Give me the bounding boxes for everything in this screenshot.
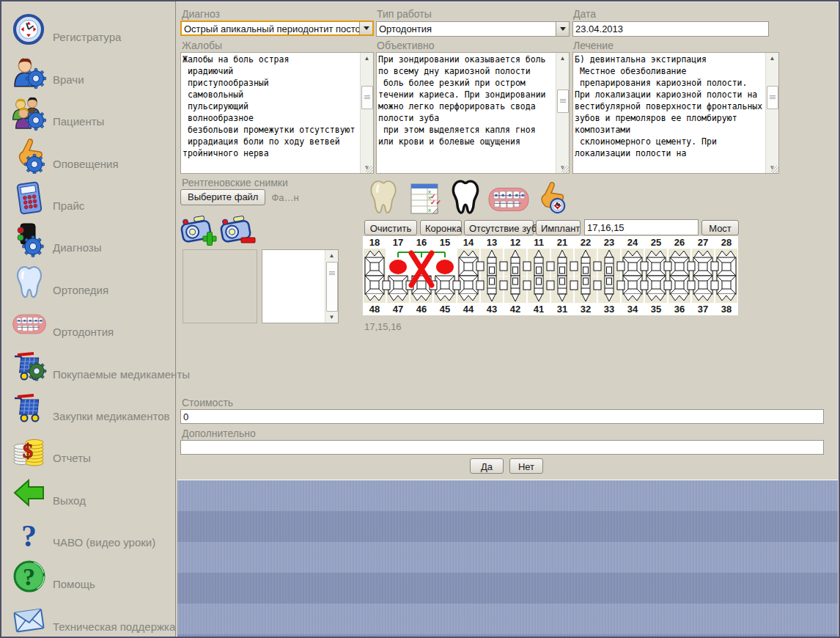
teeth-diagram[interactable] bbox=[363, 249, 738, 303]
file-input[interactable]: Выберите файл Фа…н bbox=[180, 189, 299, 205]
scroll-up-icon[interactable]: ▲ bbox=[556, 53, 569, 64]
tooth-number-lower[interactable]: 41 bbox=[527, 303, 550, 315]
sidebar-item-registry[interactable]: Регистратура bbox=[1, 6, 175, 48]
tooth-number-lower[interactable]: 34 bbox=[621, 303, 644, 315]
tooth-number-lower[interactable]: 48 bbox=[363, 303, 386, 315]
clear-button[interactable]: Очистить bbox=[364, 220, 417, 235]
teeth-chart[interactable]: 18171615141312112122232425262728 4847464… bbox=[363, 236, 738, 315]
complaints-scrollbar[interactable]: ▲ ▼ bbox=[360, 53, 373, 173]
tooth-number-upper[interactable]: 14 bbox=[457, 236, 480, 249]
sidebar-item-price[interactable]: Прайс bbox=[1, 175, 175, 216]
scrollbar-thumb[interactable] bbox=[557, 89, 569, 113]
tooth-number-upper[interactable]: 23 bbox=[597, 236, 621, 249]
tooth-number-upper[interactable]: 13 bbox=[480, 236, 504, 249]
tooth-number-upper[interactable]: 28 bbox=[715, 236, 738, 249]
sidebar-item-faq[interactable]: ?ЧАВО (видео уроки) bbox=[1, 511, 175, 553]
xray-list-scrollbar[interactable]: ▲ ▼ bbox=[325, 250, 338, 323]
treatment-label: Лечение bbox=[573, 40, 614, 51]
work-type-select[interactable]: Ортодонтия bbox=[376, 21, 570, 37]
tooth-number-upper[interactable]: 12 bbox=[504, 236, 527, 249]
sidebar-item-patients[interactable]: Пациенты bbox=[1, 90, 175, 132]
scroll-up-icon[interactable]: ▲ bbox=[766, 53, 778, 64]
scroll-up-icon[interactable]: ▲ bbox=[325, 250, 338, 261]
sidebar-item-orthopedics[interactable]: Ортопедия bbox=[1, 258, 175, 300]
tooth-number-upper[interactable]: 15 bbox=[433, 236, 457, 249]
tooth-outline-icon[interactable] bbox=[445, 179, 486, 216]
hand-clock-icon[interactable] bbox=[534, 179, 568, 216]
tooth-number-lower[interactable]: 31 bbox=[550, 303, 574, 315]
tooth-number-lower[interactable]: 38 bbox=[715, 303, 738, 315]
extra-input[interactable] bbox=[180, 440, 824, 455]
bridge-button[interactable]: Мост bbox=[701, 220, 739, 235]
treatment-scrollbar[interactable]: ▲ ▼ bbox=[765, 53, 778, 173]
sidebar-item-notifications[interactable]: Оповещения bbox=[1, 132, 175, 174]
tooth-number-lower[interactable]: 35 bbox=[644, 303, 668, 315]
checklist-icon[interactable]: xx✓✓✓x bbox=[408, 182, 441, 216]
camera-remove-button[interactable] bbox=[219, 211, 256, 248]
camera-add-button[interactable] bbox=[180, 211, 218, 248]
work-type-label: Тип работы bbox=[377, 8, 432, 20]
missing-tooth-button[interactable]: Отсутствие зуба bbox=[464, 220, 534, 235]
implant-button[interactable]: Имплант bbox=[536, 220, 581, 235]
tooth-number-upper[interactable]: 25 bbox=[644, 236, 668, 249]
objective-textarea[interactable]: При зондировании оказывается боль по все… bbox=[377, 53, 556, 173]
sidebar-item-medication-purchases[interactable]: Закупки медикаментов bbox=[1, 385, 175, 427]
diagnosis-gear-icon bbox=[10, 221, 48, 258]
tooth-number-lower[interactable]: 33 bbox=[597, 303, 621, 315]
sidebar-item-reports[interactable]: $Отчеты bbox=[1, 427, 175, 469]
diagnosis-select[interactable]: Острый апикальный периодонтит постоя bbox=[180, 21, 374, 36]
tooth-number-lower[interactable]: 36 bbox=[668, 303, 691, 315]
no-button[interactable]: Нет bbox=[509, 458, 543, 474]
tooth-number-upper[interactable]: 27 bbox=[691, 236, 715, 249]
scroll-down-icon[interactable]: ▼ bbox=[325, 312, 338, 323]
tooth-number-upper[interactable]: 22 bbox=[574, 236, 597, 249]
sidebar-item-label: Покупаемые медикаменты bbox=[48, 368, 190, 385]
choose-file-button[interactable]: Выберите файл bbox=[180, 189, 265, 205]
chevron-down-icon[interactable] bbox=[556, 22, 569, 36]
tooth-number-lower[interactable]: 47 bbox=[386, 303, 410, 315]
dentures-icon[interactable] bbox=[487, 186, 530, 213]
tooth-number-upper[interactable]: 16 bbox=[410, 236, 433, 249]
tooth-number-lower[interactable]: 37 bbox=[691, 303, 715, 315]
crown-button[interactable]: Коронка bbox=[420, 220, 462, 235]
sidebar-item-purchased-medications[interactable]: Покупаемые медикаменты bbox=[1, 342, 175, 384]
dentures-icon bbox=[10, 306, 48, 342]
treatment-textarea[interactable]: Б) девинтальна экстирпация Местное обезб… bbox=[573, 53, 766, 173]
tooth-number-upper[interactable]: 18 bbox=[363, 236, 386, 249]
tooth-number-lower[interactable]: 45 bbox=[433, 303, 457, 315]
tooth-number-upper[interactable]: 11 bbox=[527, 236, 550, 249]
scrollbar-thumb[interactable] bbox=[361, 86, 373, 109]
tooth-number-lower[interactable]: 42 bbox=[504, 303, 527, 315]
resize-grip[interactable] bbox=[366, 166, 373, 173]
resize-grip[interactable] bbox=[771, 166, 778, 173]
scrollbar-thumb[interactable] bbox=[767, 86, 778, 109]
sidebar-item-exit[interactable]: Выход bbox=[1, 469, 175, 510]
sidebar-item-help[interactable]: ?Помощь bbox=[1, 553, 175, 595]
tooth-number-lower[interactable]: 32 bbox=[574, 303, 597, 315]
tooth-number-lower[interactable]: 43 bbox=[480, 303, 504, 315]
tooth-number-upper[interactable]: 17 bbox=[386, 236, 410, 249]
tooth-photo-icon[interactable] bbox=[366, 179, 401, 216]
tooth-number-lower[interactable]: 44 bbox=[457, 303, 480, 315]
scroll-up-icon[interactable]: ▲ bbox=[361, 53, 373, 64]
sidebar-item-tech-support[interactable]: Техническая поддержка bbox=[1, 595, 175, 637]
tooth-number-upper[interactable]: 26 bbox=[668, 236, 691, 249]
tooth-number-upper[interactable]: 21 bbox=[550, 236, 574, 249]
cost-input[interactable] bbox=[180, 409, 824, 424]
date-input[interactable] bbox=[572, 21, 769, 37]
complaints-textarea[interactable]: Жалобы на боль острая ирадиючий приступо… bbox=[181, 53, 361, 173]
chevron-down-icon[interactable] bbox=[359, 22, 372, 34]
scrollbar-thumb[interactable] bbox=[326, 262, 338, 312]
patients-gear-icon bbox=[10, 95, 48, 132]
objective-scrollbar[interactable]: ▲ ▼ bbox=[556, 53, 569, 173]
resize-grip[interactable] bbox=[561, 166, 569, 173]
teeth-numbers-input[interactable] bbox=[584, 219, 699, 235]
xray-list[interactable]: ▲ ▼ bbox=[262, 249, 339, 323]
objective-label: Объективно bbox=[377, 40, 434, 51]
yes-button[interactable]: Да bbox=[470, 458, 504, 474]
tooth-number-upper[interactable]: 24 bbox=[621, 236, 644, 249]
sidebar-item-orthodontics[interactable]: Ортодонтия bbox=[1, 301, 175, 342]
sidebar-item-doctors[interactable]: Врачи bbox=[1, 48, 175, 89]
sidebar-item-diagnoses[interactable]: Диагнозы bbox=[1, 216, 175, 258]
tooth-number-lower[interactable]: 46 bbox=[410, 303, 433, 315]
